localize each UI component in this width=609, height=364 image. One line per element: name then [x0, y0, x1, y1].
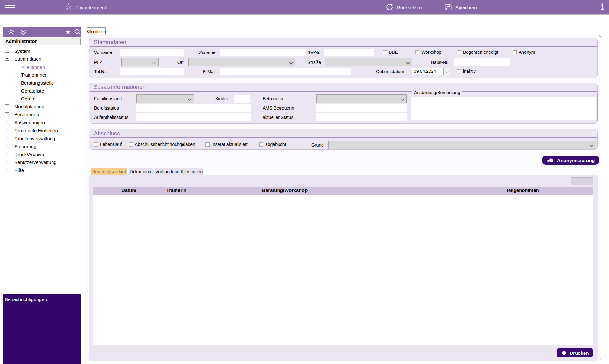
anonymisierung-button[interactable]: Anonymisierung [542, 156, 599, 165]
anonymisierung-label: Anonymisierung [557, 158, 595, 163]
berufsstatus-input[interactable] [136, 104, 251, 112]
tree-item-hilfe[interactable]: +Hilfe [3, 167, 81, 174]
workshop-checkbox[interactable]: Workshop [415, 50, 441, 55]
expand-icon[interactable]: + [5, 160, 9, 164]
tab-klientinnen[interactable]: Klientinnen [87, 27, 106, 35]
zuname-input[interactable] [220, 49, 306, 56]
strasse-label: Straße [308, 60, 321, 65]
inaktiv-checkbox[interactable]: inaktiv [457, 69, 476, 74]
checkbox-icon [457, 69, 461, 73]
reset-button[interactable]: Rücksetzen [385, 0, 422, 15]
familienstand-select[interactable] [136, 94, 194, 103]
email-input[interactable] [220, 68, 351, 75]
ausbildung-bemerkung-textarea[interactable] [411, 97, 596, 120]
info-icon[interactable]: i [601, 2, 604, 11]
expand-icon[interactable]: + [5, 112, 9, 116]
drucken-button[interactable]: Drucken [557, 348, 593, 357]
telnr-input[interactable] [120, 68, 184, 75]
tree-item-beratungsstelle[interactable]: Beratungsstelle [3, 79, 81, 86]
tab-vorhandene-klientinnen[interactable]: Vorhandene Klientinnen [155, 168, 203, 175]
column-header-datum[interactable]: Datum [121, 188, 136, 193]
svnr-input[interactable] [324, 49, 374, 56]
expand-icon[interactable]: + [5, 120, 9, 124]
tree-item-trainerinnen[interactable]: Trainerinnen [3, 72, 81, 79]
zusatz-title: Zusatzinformationen [89, 83, 597, 91]
svnr-label: SV-Nr. [308, 50, 320, 55]
vorname-input[interactable] [120, 49, 184, 56]
tab-dokumente[interactable]: Dokumente [129, 168, 153, 175]
aufenthaltsstatus-input[interactable] [136, 113, 251, 121]
betreuerin-select[interactable] [316, 94, 407, 103]
drucken-label: Drucken [570, 350, 589, 356]
checkbox-icon [129, 142, 133, 147]
expand-icon[interactable]: + [5, 128, 9, 132]
tree-item-geraete[interactable]: Geräte [3, 95, 81, 102]
stammdaten-section: Stammdaten Vorname Zuname SV-Nr. BBE Wor… [89, 38, 598, 78]
ams-betreuerin-input[interactable] [316, 104, 407, 112]
table-header-row: Datum Trainerin Beratung/Workshop teilge… [93, 187, 593, 195]
save-label: Speichern [455, 5, 477, 10]
tree-item-beratungen[interactable]: +Beratungen [3, 111, 81, 118]
checkbox-icon [415, 50, 419, 54]
save-button[interactable]: Speichern [445, 0, 477, 15]
chevron-down-icon[interactable] [443, 68, 450, 75]
abschluss-section: Abschluss Lebenslauf Abschlussbericht ho… [89, 129, 598, 150]
tree-item-steuerung[interactable]: +Steuerung [3, 143, 81, 150]
column-header-teilgenommen[interactable]: teilgenommen [507, 188, 539, 193]
anonym-checkbox[interactable]: Anonym [513, 50, 535, 55]
tree-item-geraeteliste[interactable]: Geräteliste [3, 87, 81, 94]
expand-icon[interactable]: + [5, 136, 9, 140]
collapse-all-icon[interactable] [7, 28, 15, 36]
vorname-label: Vorname [94, 50, 112, 55]
checkbox-icon [205, 142, 210, 147]
expand-all-icon[interactable] [19, 28, 27, 36]
tab-beratungsverlauf[interactable]: Beratungsverlauf [91, 168, 127, 175]
checkbox-icon [383, 50, 387, 54]
search-icon[interactable] [74, 28, 81, 36]
tree-item-auswertungen[interactable]: +Auswertungen [3, 119, 81, 126]
collapse-icon[interactable]: − [5, 57, 9, 61]
abschlussbericht-checkbox[interactable]: Abschlussbericht hochgeladen [129, 142, 195, 147]
tree-item-benutzerverwaltung[interactable]: +Benutzerverwaltung [3, 159, 81, 166]
expand-icon[interactable]: + [5, 152, 9, 156]
favorites-star-icon[interactable]: ★ [65, 28, 71, 36]
ort-select[interactable] [188, 58, 295, 66]
email-label: E-Mail [203, 69, 216, 74]
hausnr-input[interactable] [454, 58, 510, 66]
abgebucht-checkbox[interactable]: abgebucht [259, 142, 286, 147]
expand-icon[interactable]: + [5, 168, 9, 172]
grund-label: Grund [311, 142, 324, 148]
tree-item-stammdaten[interactable]: −Stammdaten [3, 56, 81, 63]
expand-icon[interactable]: + [5, 49, 9, 53]
inserat-aktualisiert-checkbox[interactable]: Inserat aktualisiert [205, 142, 248, 147]
kinder-input[interactable] [234, 95, 250, 103]
lebenslauf-checkbox[interactable]: Lebenslauf [94, 142, 122, 147]
plz-select[interactable] [121, 58, 159, 66]
section-divider [90, 137, 597, 138]
familienstand-label: Familienstand [94, 96, 122, 101]
aufenthaltsstatus-label: Aufenthaltsstatus [94, 115, 128, 120]
aktueller-status-input[interactable] [316, 113, 407, 121]
bbe-checkbox[interactable]: BBE [383, 50, 398, 55]
strasse-select[interactable] [325, 58, 412, 66]
favorites-menu-button[interactable]: ☆ Favoritenmenü [65, 0, 107, 15]
column-header-trainerin[interactable]: Trainerin [166, 188, 186, 193]
checkbox-icon [259, 142, 263, 147]
expand-icon[interactable]: + [5, 104, 9, 108]
tree-item-klientinnen-selected[interactable]: Klientinnen [3, 64, 81, 71]
expand-icon[interactable]: + [5, 144, 9, 148]
geburtsdatum-datepicker[interactable]: 09.04.2024 [412, 68, 450, 75]
table-corner-box[interactable] [571, 177, 593, 185]
hamburger-menu-icon[interactable] [5, 4, 15, 11]
tree-item-modulplanung[interactable]: +Modulplanung [3, 103, 81, 110]
tree-item-system[interactable]: +System [3, 48, 81, 55]
tree-item-territoriale-einheiten[interactable]: +Territoriale Einheiten [3, 127, 81, 134]
hausnr-label: Haus-Nr. [431, 60, 448, 65]
column-header-beratung-workshop[interactable]: Beratung/Workshop [262, 188, 308, 193]
current-user-header: Administrator [3, 38, 81, 45]
tree-item-tabellenverwaltung[interactable]: +Tabellenverwaltung [3, 135, 81, 142]
grund-select[interactable] [328, 141, 596, 149]
begehren-erledigt-checkbox[interactable]: Begehren erledigt [457, 50, 498, 55]
tree-item-druck-archive[interactable]: +Druck/Archive [3, 151, 81, 158]
ort-label: Ort [177, 60, 183, 65]
